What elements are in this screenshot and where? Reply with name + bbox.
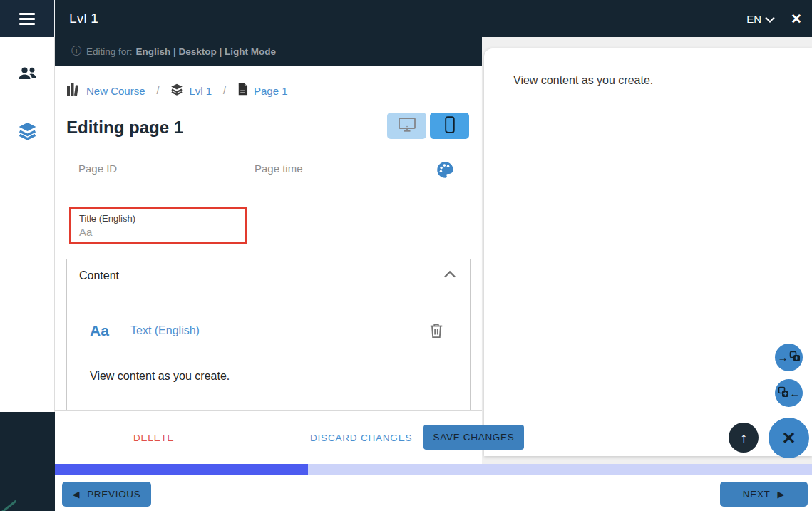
sidebar-item-users[interactable] xyxy=(0,61,55,89)
page-id-label: Page ID xyxy=(78,162,117,175)
page-icon xyxy=(237,83,248,98)
language-label: EN xyxy=(746,13,761,25)
mobile-icon xyxy=(445,116,455,136)
editing-for-value: English | Desktop | Light Mode xyxy=(136,46,277,57)
collapse-content-button[interactable] xyxy=(443,269,457,284)
chevron-up-icon xyxy=(443,269,457,282)
breadcrumb-page[interactable]: Page 1 xyxy=(237,83,288,98)
close-icon: ✕ xyxy=(781,430,796,447)
desktop-preview-toggle[interactable] xyxy=(387,113,426,139)
course-progress-bar xyxy=(55,464,812,475)
close-preview-button[interactable]: ✕ xyxy=(769,418,809,458)
editor-heading: Editing page 1 xyxy=(66,118,183,138)
arrow-up-icon: ↑ xyxy=(740,430,747,445)
course-editor-app: Lvl 1 EN ✕ ⓘ Editing for: English | Desk… xyxy=(0,0,812,511)
menu-button[interactable] xyxy=(0,0,55,37)
discard-changes-button[interactable]: DISCARD CHANGES xyxy=(310,411,412,465)
scroll-to-top-button[interactable]: ↑ xyxy=(729,423,759,453)
triangle-left-icon: ◀ xyxy=(72,490,80,499)
theme-palette-button[interactable] xyxy=(436,160,455,180)
breadcrumb-layers-icon xyxy=(170,83,183,98)
sidebar-item-layers[interactable] xyxy=(0,118,55,147)
layers-icon xyxy=(18,122,37,143)
preview-text: View content as you create. xyxy=(513,74,653,87)
text-block-label[interactable]: Text (English) xyxy=(130,324,200,337)
language-selector[interactable]: EN xyxy=(746,13,775,25)
breadcrumb-level-link: Lvl 1 xyxy=(189,85,212,97)
editor-action-bar: DELETE DISCARD CHANGES SAVE CHANGES xyxy=(55,410,482,464)
info-icon: ⓘ xyxy=(71,45,81,58)
title-input-placeholder: Aa xyxy=(79,226,245,238)
arrow-right-icon: → xyxy=(778,352,788,363)
breadcrumb-separator: / xyxy=(153,85,164,96)
course-icon xyxy=(66,82,81,99)
text-block-body: View content as you create. xyxy=(90,370,230,383)
close-button[interactable]: ✕ xyxy=(791,12,802,26)
preview-panel: View content as you create. xyxy=(484,48,812,456)
copy-add-icon xyxy=(789,351,801,365)
content-section-title: Content xyxy=(79,269,119,282)
delete-block-button[interactable] xyxy=(428,322,444,339)
content-section: Content Aa Text (English) View content a… xyxy=(66,259,471,410)
breadcrumb: New Course / Lvl 1 / Page 1 xyxy=(66,81,288,100)
left-sidebar xyxy=(0,37,55,412)
page-title: Lvl 1 xyxy=(69,0,98,37)
breadcrumb-course[interactable]: New Course xyxy=(66,82,145,99)
users-icon xyxy=(18,67,37,83)
course-progress-fill xyxy=(55,464,308,475)
save-changes-button[interactable]: SAVE CHANGES xyxy=(423,425,524,450)
top-bar: Lvl 1 EN ✕ xyxy=(0,0,812,37)
breadcrumb-page-link: Page 1 xyxy=(254,85,288,97)
editing-context-bar: ⓘ Editing for: English | Desktop | Light… xyxy=(55,37,482,66)
copy-add-icon xyxy=(778,386,789,401)
desktop-icon xyxy=(398,117,416,135)
send-to-preview-button[interactable]: → xyxy=(775,344,803,371)
next-button[interactable]: NEXT ▶ xyxy=(720,482,808,507)
page-time-field[interactable]: Page time xyxy=(255,162,383,178)
previous-button[interactable]: ◀ PREVIOUS xyxy=(62,482,151,507)
title-input-label: Title (English) xyxy=(79,213,245,224)
close-icon: ✕ xyxy=(791,11,802,26)
trash-icon xyxy=(428,329,444,341)
arrow-left-icon: ← xyxy=(790,388,801,398)
breadcrumb-separator: / xyxy=(219,85,230,96)
triangle-right-icon: ▶ xyxy=(778,490,786,499)
page-time-label: Page time xyxy=(255,162,303,175)
palette-icon xyxy=(436,170,455,182)
next-label: NEXT xyxy=(743,489,771,500)
hamburger-icon xyxy=(19,13,35,25)
sidebar-bottom-panel xyxy=(0,412,55,511)
bring-from-preview-button[interactable]: ← xyxy=(775,379,803,407)
text-block-icon[interactable]: Aa xyxy=(90,322,109,339)
title-input[interactable]: Title (English) Aa xyxy=(69,207,247,244)
breadcrumb-course-link: New Course xyxy=(86,85,145,97)
editing-for-prefix: Editing for: xyxy=(86,46,133,57)
mobile-preview-toggle[interactable] xyxy=(430,113,469,139)
chevron-down-icon xyxy=(765,13,775,25)
breadcrumb-level[interactable]: Lvl 1 xyxy=(170,83,212,98)
page-id-field[interactable]: Page ID xyxy=(78,162,207,178)
delete-button[interactable]: DELETE xyxy=(133,411,174,465)
previous-label: PREVIOUS xyxy=(87,489,140,500)
